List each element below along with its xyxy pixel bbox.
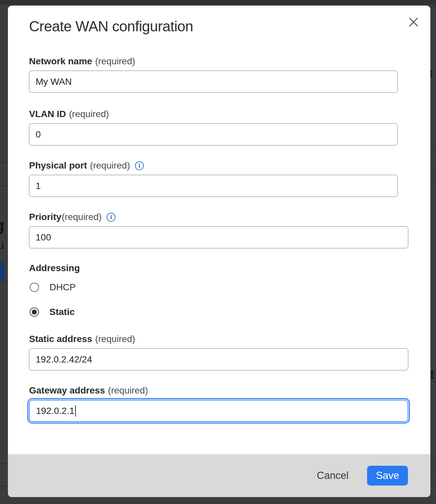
dialog-title: Create WAN configuration (29, 18, 193, 35)
label-text: Physical port (29, 160, 87, 171)
radio-button-dhcp[interactable] (30, 283, 39, 292)
background-divider (430, 150, 436, 151)
gateway-address-input[interactable]: 192.0.2.1 (29, 400, 408, 422)
field-vlan-id: VLAN ID (required) 0 (29, 108, 109, 120)
background-text-fragment: g (0, 215, 5, 235)
field-static-address: Static address (required) 192.0.2.42/24 (29, 333, 135, 345)
physical-port-label: Physical port (required) i (29, 160, 144, 172)
radio-option-dhcp[interactable]: DHCP (30, 282, 76, 292)
background-divider (0, 162, 8, 163)
label-text: Network name (29, 56, 92, 67)
physical-port-input[interactable]: 1 (29, 175, 398, 197)
label-text: Gateway address (29, 385, 105, 396)
network-name-value: My WAN (36, 77, 72, 87)
static-address-value: 192.0.2.42/24 (36, 354, 92, 365)
physical-port-value: 1 (36, 181, 41, 191)
create-wan-configuration-dialog: Create WAN configuration Network name (r… (8, 6, 430, 497)
required-hint: (required) (90, 160, 130, 171)
required-hint: (required) (62, 212, 102, 222)
radio-option-static[interactable]: Static (30, 307, 75, 317)
required-hint: (required) (95, 56, 135, 67)
label-text: Static address (29, 334, 92, 344)
radio-label-static: Static (49, 307, 75, 317)
field-physical-port: Physical port (required) i 1 (29, 160, 144, 172)
dialog-footer: Cancel Save (8, 454, 430, 497)
background-text-fragment: t l (429, 67, 436, 80)
save-button[interactable]: Save (367, 466, 408, 486)
info-icon[interactable]: i (107, 213, 115, 222)
required-hint: (required) (108, 385, 148, 396)
vlan-id-value: 0 (36, 129, 41, 140)
gateway-address-value: 192.0.2.1 (36, 406, 75, 416)
label-text: Priority (29, 212, 61, 222)
text-cursor (75, 405, 76, 417)
priority-label: Priority (required) i (29, 211, 115, 223)
priority-value: 100 (36, 232, 51, 243)
network-name-input[interactable]: My WAN (29, 71, 398, 93)
addressing-heading: Addressing (29, 263, 80, 273)
radio-button-static[interactable] (30, 307, 39, 317)
info-icon[interactable]: i (135, 161, 144, 170)
required-hint: (required) (95, 334, 135, 344)
radio-label-dhcp: DHCP (49, 282, 76, 293)
cancel-button[interactable]: Cancel (315, 467, 351, 484)
field-priority: Priority (required) i 100 (29, 211, 115, 223)
vlan-id-input[interactable]: 0 (29, 123, 398, 145)
vlan-id-label: VLAN ID (required) (29, 108, 109, 120)
background-text-fragment: t (430, 367, 434, 382)
gateway-address-label: Gateway address (required) (29, 385, 148, 396)
background-divider (430, 180, 436, 180)
background-divider (0, 185, 8, 186)
close-button[interactable] (406, 15, 421, 29)
static-address-input[interactable]: 192.0.2.42/24 (29, 348, 408, 370)
network-name-label: Network name (required) (29, 55, 135, 67)
background-page-header (0, 0, 436, 5)
field-network-name: Network name (required) My WAN (29, 55, 135, 67)
static-address-label: Static address (required) (29, 333, 135, 345)
background-button-fragment (0, 262, 5, 282)
field-gateway-address: Gateway address (required) 192.0.2.1 (29, 385, 148, 396)
priority-input[interactable]: 100 (29, 226, 408, 248)
background-divider (430, 169, 436, 170)
close-icon (409, 17, 419, 27)
background-text-fragment: u (0, 238, 4, 252)
required-hint: (required) (69, 109, 109, 119)
label-text: VLAN ID (29, 109, 66, 119)
